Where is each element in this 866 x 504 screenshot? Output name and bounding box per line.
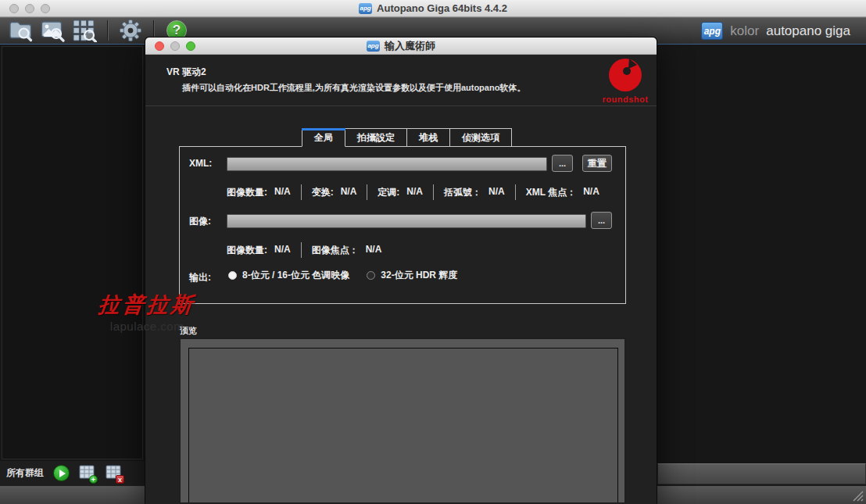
main-traffic-lights bbox=[9, 4, 50, 13]
roundshot-logo: roundshot bbox=[600, 57, 650, 105]
resize-grip[interactable] bbox=[853, 491, 864, 502]
radio-label: 32-位元 HDR 辉度 bbox=[381, 269, 457, 282]
output-option-hdr[interactable]: 32-位元 HDR 辉度 bbox=[367, 269, 457, 282]
detect-play-button[interactable] bbox=[53, 465, 70, 481]
main-window-title-text: Autopano Giga 64bits 4.4.2 bbox=[377, 2, 507, 14]
roundshot-logo-icon bbox=[607, 57, 643, 93]
main-titlebar: apg Autopano Giga 64bits 4.4.2 bbox=[0, 0, 866, 17]
brand-product-text: autopano giga bbox=[766, 23, 850, 39]
dialog-zoom-button[interactable] bbox=[186, 41, 195, 51]
stat-label: 括弧號： bbox=[444, 186, 481, 199]
xml-browse-button[interactable]: ... bbox=[552, 155, 573, 172]
input-wizard-dialog: apg 输入魔術師 VR 驱动2 插件可以自动化在HDR工作流程里,为所有真光渲… bbox=[145, 37, 657, 504]
image-browse-button[interactable]: ... bbox=[591, 212, 612, 229]
zoom-button-inactive[interactable] bbox=[41, 4, 50, 13]
radio-button[interactable] bbox=[228, 271, 237, 280]
dialog-tabs: 全局 拍攝設定 堆栈 侦测选項 bbox=[302, 128, 512, 147]
watermark-text: 拉普拉斯 bbox=[91, 291, 203, 319]
stat-value: N/A bbox=[583, 186, 599, 199]
image-stats-row: 图像数量:N/A 图像焦点：N/A bbox=[227, 242, 381, 258]
stat-label: 图像焦点： bbox=[312, 244, 359, 257]
preview-canvas bbox=[188, 348, 618, 504]
groups-label: 所有群组 bbox=[6, 466, 44, 480]
radio-button[interactable] bbox=[367, 271, 375, 280]
xml-reset-button[interactable]: 重置 bbox=[582, 155, 612, 172]
stat-value: N/A bbox=[488, 186, 505, 199]
stat-value: N/A bbox=[341, 186, 357, 199]
xml-path-input[interactable] bbox=[227, 157, 547, 171]
stat-label: 图像数量: bbox=[227, 186, 267, 199]
plugin-description: 插件可以自动化在HDR工作流程里,为所有真光渲染设置参数以及便于使用autopa… bbox=[182, 82, 525, 94]
watermark: 拉普拉斯 lapulace.com bbox=[92, 291, 202, 333]
stat-value: N/A bbox=[274, 186, 291, 199]
kolor-brand-logo: apg kolor autopano giga bbox=[701, 17, 850, 45]
toolbar-separator bbox=[107, 20, 108, 41]
stat-value: N/A bbox=[274, 244, 291, 257]
app-window: apg Autopano Giga 64bits 4.4.2 bbox=[0, 0, 866, 504]
close-button-inactive[interactable] bbox=[9, 4, 19, 13]
minimize-button-inactive[interactable] bbox=[25, 4, 34, 13]
xml-label: XML: bbox=[189, 158, 212, 169]
dialog-title: apg 输入魔術師 bbox=[367, 39, 435, 53]
xml-stats-row: 图像数量:N/A 变换:N/A 定调:N/A 括弧號：N/A XML 焦点：N/… bbox=[227, 184, 599, 200]
output-label: 输出: bbox=[189, 271, 211, 284]
stat-value: N/A bbox=[406, 186, 423, 199]
output-option-tonemapped[interactable]: 8-位元 / 16-位元 色调映像 bbox=[228, 269, 349, 282]
stat-separator bbox=[301, 242, 302, 258]
roundshot-logo-text: roundshot bbox=[600, 95, 650, 104]
stat-label: 图像数量: bbox=[227, 244, 267, 257]
watermark-site: lapulace.com bbox=[92, 320, 202, 333]
dialog-close-button[interactable] bbox=[155, 41, 164, 51]
main-window-title: apg Autopano Giga 64bits 4.4.2 bbox=[359, 2, 507, 14]
settings-gear-icon[interactable] bbox=[118, 19, 143, 42]
stat-label: 定调: bbox=[378, 186, 399, 199]
tab-shooting-settings[interactable]: 拍攝設定 bbox=[345, 128, 407, 147]
image-list-panel bbox=[2, 46, 143, 459]
grid-detect-icon[interactable] bbox=[72, 19, 97, 42]
stat-separator bbox=[515, 184, 516, 200]
bottom-info-bar bbox=[657, 463, 866, 484]
stat-separator bbox=[367, 184, 367, 200]
images-detect-icon[interactable] bbox=[40, 19, 65, 42]
tab-stack[interactable]: 堆栈 bbox=[407, 128, 450, 147]
output-options: 8-位元 / 16-位元 色调映像 32-位元 HDR 辉度 bbox=[228, 269, 457, 282]
brand-kolor-text: kolor bbox=[730, 23, 759, 39]
preview-panel bbox=[179, 338, 626, 504]
image-label: 图像: bbox=[189, 215, 211, 228]
stat-separator bbox=[301, 184, 302, 200]
dialog-title-text: 输入魔術師 bbox=[385, 39, 435, 53]
dialog-titlebar[interactable]: apg 输入魔術師 bbox=[145, 38, 657, 55]
apg-app-icon: apg bbox=[359, 3, 372, 14]
dialog-minimize-button[interactable] bbox=[170, 41, 180, 51]
tab-detection-options[interactable]: 侦测选項 bbox=[450, 128, 512, 147]
apg-dialog-icon: apg bbox=[367, 41, 380, 52]
radio-label: 8-位元 / 16-位元 色调映像 bbox=[242, 269, 349, 282]
groups-toolbar: 所有群组 + x bbox=[0, 461, 145, 485]
global-settings-groupbox: XML: ... 重置 图像数量:N/A 变换:N/A 定调:N/A 括弧號：N… bbox=[179, 146, 626, 304]
remove-group-button[interactable]: x bbox=[106, 465, 123, 482]
stat-value: N/A bbox=[366, 244, 382, 257]
apg-logo-badge: apg bbox=[701, 22, 723, 40]
stat-label: XML 焦点： bbox=[526, 186, 576, 199]
tab-global[interactable]: 全局 bbox=[302, 128, 345, 147]
add-group-button[interactable]: + bbox=[79, 465, 96, 482]
dialog-header: VR 驱动2 插件可以自动化在HDR工作流程里,为所有真光渲染设置参数以及便于使… bbox=[145, 55, 657, 106]
image-path-input[interactable] bbox=[227, 214, 586, 228]
stat-separator bbox=[433, 184, 434, 200]
plugin-title: VR 驱动2 bbox=[166, 66, 206, 79]
folder-detect-icon[interactable] bbox=[8, 19, 33, 42]
stat-label: 变换: bbox=[312, 186, 334, 199]
